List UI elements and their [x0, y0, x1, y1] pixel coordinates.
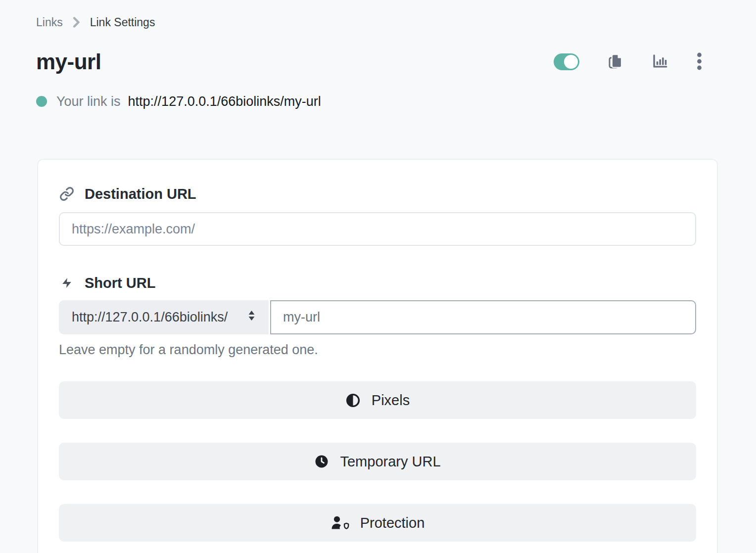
copy-icon — [608, 52, 623, 72]
clock-icon — [314, 454, 329, 469]
short-url-label: Short URL — [85, 275, 155, 291]
page-title: my-url — [36, 50, 101, 74]
protection-section-button[interactable]: Protection — [59, 504, 696, 542]
pixels-section-button[interactable]: Pixels — [59, 381, 696, 419]
short-url-field: Short URL http://127.0.0.1/66biolinks/ L… — [59, 275, 696, 358]
short-url-help-text: Leave empty for a randomly generated one… — [59, 342, 696, 358]
kebab-menu-icon — [697, 52, 702, 72]
page-header: my-url — [36, 50, 718, 74]
link-settings-card: Destination URL Short URL http://127.0.0… — [37, 159, 718, 553]
short-url-label-row: Short URL — [59, 275, 696, 291]
temporary-url-button-label: Temporary URL — [340, 454, 440, 470]
status-prefix: Your link is — [56, 93, 121, 109]
pixels-button-label: Pixels — [372, 392, 410, 409]
protection-button-label: Protection — [360, 515, 425, 531]
destination-url-field: Destination URL — [59, 185, 696, 246]
chevron-right-icon — [73, 17, 80, 28]
bolt-icon — [59, 276, 75, 290]
header-actions — [554, 52, 718, 72]
temporary-url-section-button[interactable]: Temporary URL — [59, 443, 696, 480]
link-status-row: Your link is http://127.0.0.1/66biolinks… — [36, 93, 718, 109]
domain-select[interactable]: http://127.0.0.1/66biolinks/ — [59, 300, 269, 334]
breadcrumb-current: Link Settings — [90, 15, 155, 29]
status-dot — [36, 96, 47, 107]
half-circle-icon — [345, 393, 361, 408]
copy-link-button[interactable] — [608, 52, 623, 72]
destination-url-label-row: Destination URL — [59, 185, 696, 202]
domain-select-value: http://127.0.0.1/66biolinks/ — [72, 310, 228, 325]
up-down-arrows-icon — [246, 309, 257, 326]
statistics-button[interactable] — [652, 53, 668, 71]
destination-url-label: Destination URL — [85, 185, 196, 202]
short-url-input-group: http://127.0.0.1/66biolinks/ — [59, 300, 696, 334]
bar-chart-icon — [652, 53, 668, 71]
breadcrumb: Links Link Settings — [36, 15, 718, 29]
more-options-button[interactable] — [697, 52, 702, 72]
short-link-url[interactable]: http://127.0.0.1/66biolinks/my-url — [128, 93, 321, 109]
link-enabled-toggle[interactable] — [554, 53, 579, 70]
breadcrumb-links[interactable]: Links — [36, 15, 63, 29]
short-url-slug-input[interactable] — [270, 300, 696, 334]
toggle-knob — [564, 55, 578, 69]
link-settings-page: Links Link Settings my-url — [0, 0, 756, 553]
link-icon — [59, 186, 75, 201]
user-shield-icon — [331, 515, 349, 530]
destination-url-input[interactable] — [59, 212, 696, 246]
